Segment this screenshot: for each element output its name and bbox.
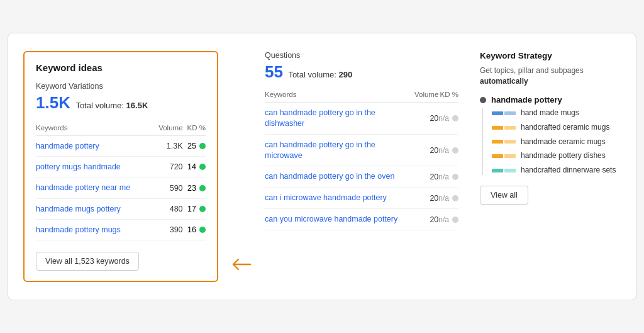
main-container: Keyword ideas Keyword Variations 1.5K To… bbox=[8, 33, 636, 300]
q-link[interactable]: can handmade pottery go in the dishwashe… bbox=[265, 102, 414, 134]
kw-link[interactable]: handmade pottery mugs bbox=[36, 219, 153, 240]
table-row: can i microwave handmade pottery 20 n/a bbox=[265, 188, 458, 209]
keyword-variations-panel: Keyword ideas Keyword Variations 1.5K To… bbox=[23, 51, 218, 282]
kw-kd: 23 bbox=[183, 178, 206, 198]
questions-panel: Questions 55 Total volume: 290 Keywords … bbox=[253, 51, 470, 282]
q-col-keywords: Keywords bbox=[265, 88, 414, 103]
kd-dot-icon bbox=[199, 206, 206, 212]
pillar-label: handmade pottery bbox=[491, 95, 562, 104]
sub-item: handmade pottery dishes bbox=[492, 151, 621, 161]
table-row: can you microwave handmade pottery 20 n/… bbox=[265, 209, 458, 230]
kw-volume: 720 bbox=[153, 157, 183, 178]
table-row: handmade pottery near me 590 23 bbox=[36, 178, 206, 198]
sub-item-label: hand made mugs bbox=[521, 108, 579, 118]
variations-label: Keyword Variations bbox=[36, 82, 206, 91]
col-volume-header: Volume bbox=[153, 121, 183, 136]
bar-seg-1 bbox=[492, 154, 503, 158]
q-col-volume: Volume bbox=[414, 88, 438, 103]
panel-title: Keyword ideas bbox=[36, 62, 206, 73]
kd-dot-icon bbox=[199, 185, 206, 191]
sub-item-label: handcrafted ceramic mugs bbox=[521, 123, 609, 133]
kw-kd: 16 bbox=[183, 219, 206, 240]
kw-link[interactable]: pottery mugs handmade bbox=[36, 157, 153, 178]
bar-seg-1 bbox=[492, 140, 503, 144]
kw-volume: 480 bbox=[153, 198, 183, 219]
bar-seg-1 bbox=[492, 169, 503, 172]
sub-bar bbox=[492, 140, 516, 144]
bar-seg-2 bbox=[504, 111, 516, 115]
pillar-item: handmade pottery bbox=[480, 95, 621, 104]
q-volume: 20 bbox=[414, 209, 438, 230]
table-row: handmade mugs pottery 480 17 bbox=[36, 198, 206, 219]
pillar-dot-icon bbox=[480, 97, 486, 103]
variations-total-label: Total volume: 16.5K bbox=[75, 101, 148, 110]
table-row: pottery mugs handmade 720 14 bbox=[36, 157, 206, 178]
variations-volume-row: 1.5K Total volume: 16.5K bbox=[36, 93, 206, 113]
col-kd-header: KD % bbox=[183, 121, 206, 136]
sub-bar bbox=[492, 169, 516, 172]
kw-link[interactable]: handmade pottery bbox=[36, 135, 153, 156]
bar-seg-2 bbox=[504, 140, 516, 144]
sub-bar bbox=[492, 154, 516, 158]
ks-subtitle: Get topics, pillar and subpages automati… bbox=[480, 65, 621, 87]
table-row: can handmade pottery go in the dishwashe… bbox=[265, 102, 458, 134]
kd-dot-icon bbox=[452, 195, 458, 201]
questions-table: Keywords Volume KD % can handmade potter… bbox=[265, 88, 458, 230]
table-row: handmade pottery mugs 390 16 bbox=[36, 219, 206, 240]
bar-seg-1 bbox=[492, 111, 503, 115]
q-kd: n/a bbox=[438, 209, 458, 230]
arrow-icon bbox=[223, 252, 253, 277]
questions-volume-row: 55 Total volume: 290 bbox=[265, 62, 458, 82]
kd-dot-icon bbox=[199, 143, 206, 149]
sub-item: handcrafted dinnerware sets bbox=[492, 166, 621, 176]
q-kd: n/a bbox=[438, 102, 458, 134]
sub-bar bbox=[492, 126, 516, 130]
bar-seg-2 bbox=[504, 126, 516, 130]
questions-label: Questions bbox=[265, 51, 458, 60]
q-kd: n/a bbox=[438, 188, 458, 209]
sub-item: hand made mugs bbox=[492, 108, 621, 118]
sub-item-label: handmade pottery dishes bbox=[521, 151, 606, 161]
q-volume: 20 bbox=[414, 102, 438, 134]
table-row: handmade pottery 1.3K 25 bbox=[36, 135, 206, 156]
q-link[interactable]: can handmade pottery go in the microwave bbox=[265, 134, 414, 166]
variations-table: Keywords Volume KD % handmade pottery 1.… bbox=[36, 121, 206, 240]
kw-volume: 590 bbox=[153, 178, 183, 198]
ks-view-all-button[interactable]: View all bbox=[480, 186, 528, 205]
sub-bar bbox=[492, 111, 516, 115]
kd-dot-icon bbox=[199, 227, 206, 233]
table-row: can handmade pottery go in the microwave… bbox=[265, 134, 458, 166]
variations-big-number: 1.5K bbox=[36, 93, 70, 112]
kd-dot-icon bbox=[452, 147, 458, 154]
sub-item: handmade ceramic mugs bbox=[492, 137, 621, 147]
kd-dot-icon bbox=[452, 174, 458, 180]
table-row: can handmade pottery go in the oven 20 n… bbox=[265, 166, 458, 188]
kw-volume: 390 bbox=[153, 219, 183, 240]
q-volume: 20 bbox=[414, 134, 438, 166]
q-link[interactable]: can handmade pottery go in the oven bbox=[265, 166, 414, 188]
kw-kd: 17 bbox=[183, 198, 206, 219]
keyword-strategy-panel: Keyword Strategy Get topics, pillar and … bbox=[470, 51, 621, 282]
view-all-keywords-button[interactable]: View all 1,523 keywords bbox=[36, 252, 139, 271]
kw-link[interactable]: handmade pottery near me bbox=[36, 178, 153, 198]
kd-dot-icon bbox=[452, 217, 458, 223]
bar-seg-2 bbox=[504, 169, 516, 172]
bar-seg-2 bbox=[504, 154, 516, 158]
kw-link[interactable]: handmade mugs pottery bbox=[36, 198, 153, 219]
q-kd: n/a bbox=[438, 166, 458, 188]
kw-volume: 1.3K bbox=[153, 135, 183, 156]
kw-kd: 25 bbox=[183, 135, 206, 156]
q-volume: 20 bbox=[414, 166, 438, 188]
kd-dot-icon bbox=[199, 164, 206, 170]
ks-title: Keyword Strategy bbox=[480, 51, 621, 60]
questions-total: Total volume: 290 bbox=[288, 70, 352, 79]
questions-big-number: 55 bbox=[265, 62, 283, 81]
sub-item-label: handcrafted dinnerware sets bbox=[521, 166, 616, 176]
q-kd: n/a bbox=[438, 134, 458, 166]
bar-seg-1 bbox=[492, 126, 503, 130]
arrow-container bbox=[218, 51, 253, 282]
q-link[interactable]: can i microwave handmade pottery bbox=[265, 188, 414, 209]
sub-items-tree: hand made mugs handcrafted ceramic mugs … bbox=[482, 108, 621, 175]
kd-dot-icon bbox=[452, 115, 458, 121]
q-link[interactable]: can you microwave handmade pottery bbox=[265, 209, 414, 230]
